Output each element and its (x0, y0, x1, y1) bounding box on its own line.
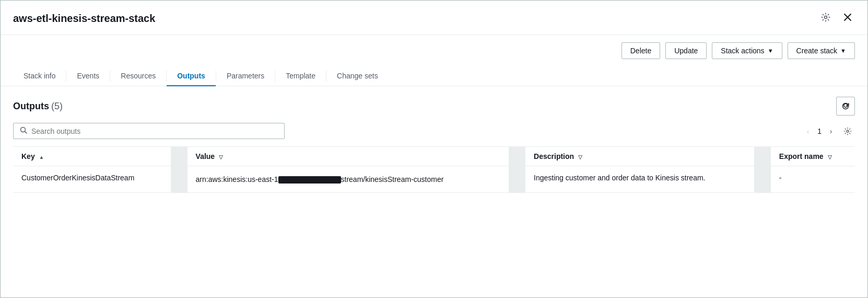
col-divider-row-1 (171, 166, 187, 193)
settings-icon-button[interactable] (818, 10, 833, 27)
table-row: CustomerOrderKinesisDataStream arn:aws:k… (13, 166, 855, 193)
window-header: aws-etl-kinesis-stream-stack (1, 1, 867, 35)
window-container: aws-etl-kinesis-stream-stack Delete Upda… (1, 1, 867, 203)
column-header-key[interactable]: Key ▲ (13, 147, 171, 166)
outputs-title: Outputs (13, 101, 49, 111)
description-sort-icon: ▽ (578, 154, 582, 160)
export-name-sort-icon: ▽ (828, 154, 832, 160)
value-sort-icon: ▽ (219, 154, 223, 160)
stack-actions-chevron-icon: ▼ (768, 48, 773, 54)
window-title: aws-etl-kinesis-stream-stack (13, 13, 155, 25)
svg-point-0 (825, 16, 827, 19)
pagination-next-button[interactable]: › (824, 124, 838, 139)
header-icons (818, 10, 855, 27)
search-bar[interactable] (13, 123, 285, 139)
value-cell: arn:aws:kinesis:us-east-1stream/kinesisS… (187, 166, 509, 193)
redacted-value (278, 176, 341, 184)
col-divider-row-3 (754, 166, 771, 193)
stack-actions-button[interactable]: Stack actions ▼ (712, 42, 782, 59)
column-header-value[interactable]: Value ▽ (187, 147, 509, 166)
svg-line-4 (25, 132, 27, 134)
tab-template[interactable]: Template (275, 66, 326, 86)
outputs-table: Key ▲ Value ▽ Description ▽ E (13, 146, 855, 193)
column-header-export-name[interactable]: Export name ▽ (771, 147, 855, 166)
pagination-number: 1 (817, 127, 822, 135)
tabs-bar: Stack info Events Resources Outputs Para… (1, 66, 867, 86)
tab-stack-info[interactable]: Stack info (13, 66, 66, 86)
toolbar: Delete Update Stack actions ▼ Create sta… (1, 35, 867, 66)
col-divider-row-2 (509, 166, 525, 193)
tab-change-sets[interactable]: Change sets (326, 66, 389, 86)
key-cell: CustomerOrderKinesisDataStream (13, 166, 171, 193)
key-sort-icon: ▲ (39, 154, 44, 160)
main-content: Outputs (5) ‹ (1, 86, 867, 203)
tab-resources[interactable]: Resources (110, 66, 166, 86)
outputs-title-group: Outputs (5) (13, 101, 63, 112)
refresh-button[interactable] (836, 97, 855, 116)
export-name-cell: - (771, 166, 855, 193)
col-divider-1 (171, 147, 187, 166)
column-settings-button[interactable] (840, 124, 855, 139)
outputs-count: (5) (51, 101, 63, 111)
create-stack-button[interactable]: Create stack ▼ (788, 42, 855, 59)
search-input[interactable] (31, 127, 278, 135)
column-header-description[interactable]: Description ▽ (525, 147, 754, 166)
update-button[interactable]: Update (665, 42, 707, 59)
svg-point-5 (847, 130, 849, 132)
description-cell: Ingesting customer and order data to Kin… (525, 166, 754, 193)
delete-button[interactable]: Delete (621, 42, 660, 59)
col-divider-2 (509, 147, 525, 166)
search-row: ‹ 1 › (13, 123, 855, 139)
tab-events[interactable]: Events (66, 66, 110, 86)
tab-outputs[interactable]: Outputs (167, 66, 216, 86)
create-stack-chevron-icon: ▼ (840, 48, 846, 54)
pagination-prev-button[interactable]: ‹ (801, 124, 815, 139)
col-divider-3 (754, 147, 771, 166)
close-icon-button[interactable] (840, 10, 855, 27)
tab-parameters[interactable]: Parameters (216, 66, 275, 86)
pagination-controls: ‹ 1 › (801, 124, 855, 139)
search-icon (20, 127, 27, 135)
outputs-header: Outputs (5) (13, 97, 855, 116)
